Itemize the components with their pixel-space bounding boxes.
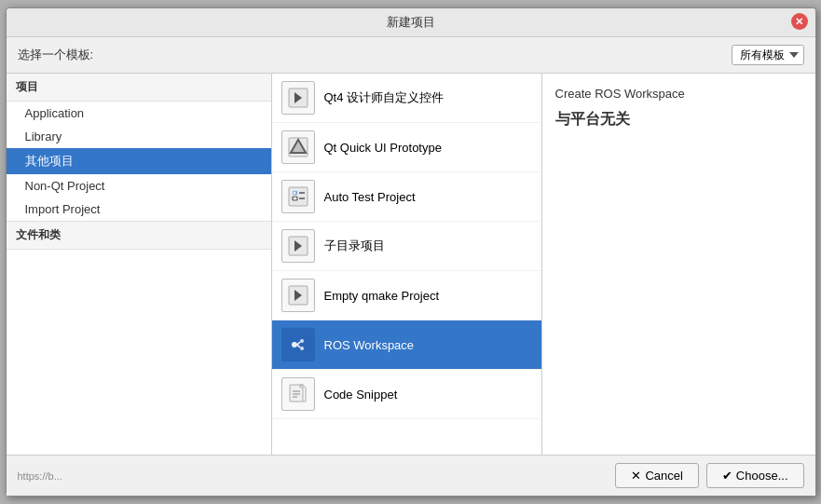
svg-point-18 xyxy=(300,347,304,350)
choose-label: Choose... xyxy=(736,469,788,483)
template-item-qt-quick[interactable]: Qt Quick UI Prototype xyxy=(272,123,541,172)
qt4-designer-icon xyxy=(281,81,315,115)
choose-button[interactable]: ✔ Choose... xyxy=(706,463,804,488)
template-item-auto-test[interactable]: Auto Test Project xyxy=(272,172,541,222)
svg-line-20 xyxy=(297,345,300,347)
right-panel-subtitle: 与平台无关 xyxy=(555,110,802,129)
qt-quick-icon xyxy=(281,130,315,164)
close-button[interactable]: ✕ xyxy=(791,13,808,30)
svg-point-17 xyxy=(300,339,304,343)
choose-icon: ✔ xyxy=(722,469,732,483)
cancel-button[interactable]: ✕ Cancel xyxy=(615,463,698,488)
template-item-code-snippet[interactable]: Code Snippet xyxy=(272,370,541,419)
left-panel: 项目 Application Library 其他项目 Non-Qt Proje… xyxy=(7,74,272,455)
template-item-subdir[interactable]: 子目录项目 xyxy=(272,222,541,271)
svg-point-16 xyxy=(292,342,297,347)
sidebar-item-library[interactable]: Library xyxy=(7,125,271,148)
template-item-qt4-designer[interactable]: Qt4 设计师自定义控件 xyxy=(272,74,541,123)
template-item-ros[interactable]: ROS Workspace xyxy=(272,320,541,370)
svg-rect-5 xyxy=(289,187,308,206)
sidebar-item-application[interactable]: Application xyxy=(7,102,271,125)
dialog-title: 新建项目 xyxy=(387,14,435,31)
url-hint: https://b... xyxy=(18,470,609,482)
template-label: 选择一个模板: xyxy=(18,47,94,63)
cancel-label: Cancel xyxy=(645,469,682,483)
template-filter-select[interactable]: 所有模板 Qt项目 其他项目 xyxy=(732,45,804,65)
close-icon: ✕ xyxy=(795,16,803,28)
template-item-empty-qmake[interactable]: Empty qmake Project xyxy=(272,271,541,320)
template-label-qt-quick: Qt Quick UI Prototype xyxy=(324,141,442,155)
right-panel-title: Create ROS Workspace xyxy=(555,87,802,101)
category-header-files: 文件和类 xyxy=(7,221,271,250)
template-label-ros: ROS Workspace xyxy=(324,338,415,352)
bottom-bar: https://b... ✕ Cancel ✔ Choose... xyxy=(7,455,815,496)
new-project-dialog: 新建项目 ✕ 选择一个模板: 所有模板 Qt项目 其他项目 项目 Applica… xyxy=(6,7,816,497)
right-panel: Create ROS Workspace 与平台无关 xyxy=(542,74,815,455)
sidebar-item-non-qt[interactable]: Non-Qt Project xyxy=(7,174,271,198)
code-snippet-icon xyxy=(281,377,315,411)
subdir-icon xyxy=(281,229,315,263)
sidebar-item-other-projects[interactable]: 其他项目 xyxy=(7,148,271,174)
ros-icon xyxy=(281,328,315,361)
template-label-auto-test: Auto Test Project xyxy=(324,190,416,204)
template-label-code-snippet: Code Snippet xyxy=(324,388,398,402)
filter-bar: 选择一个模板: 所有模板 Qt项目 其他项目 xyxy=(7,37,815,73)
category-header-project: 项目 xyxy=(7,74,271,102)
cancel-icon: ✕ xyxy=(631,469,641,483)
auto-test-icon xyxy=(281,180,315,213)
template-label-empty-qmake: Empty qmake Project xyxy=(324,289,440,303)
empty-qmake-icon xyxy=(281,279,315,312)
template-label-subdir: 子目录项目 xyxy=(324,238,385,254)
middle-panel: Qt4 设计师自定义控件 Qt Quick UI Prototype xyxy=(272,74,542,455)
template-label-qt4-designer: Qt4 设计师自定义控件 xyxy=(324,89,445,106)
sidebar-item-import[interactable]: Import Project xyxy=(7,198,271,221)
title-bar: 新建项目 ✕ xyxy=(7,8,815,37)
main-content: 项目 Application Library 其他项目 Non-Qt Proje… xyxy=(7,73,815,455)
